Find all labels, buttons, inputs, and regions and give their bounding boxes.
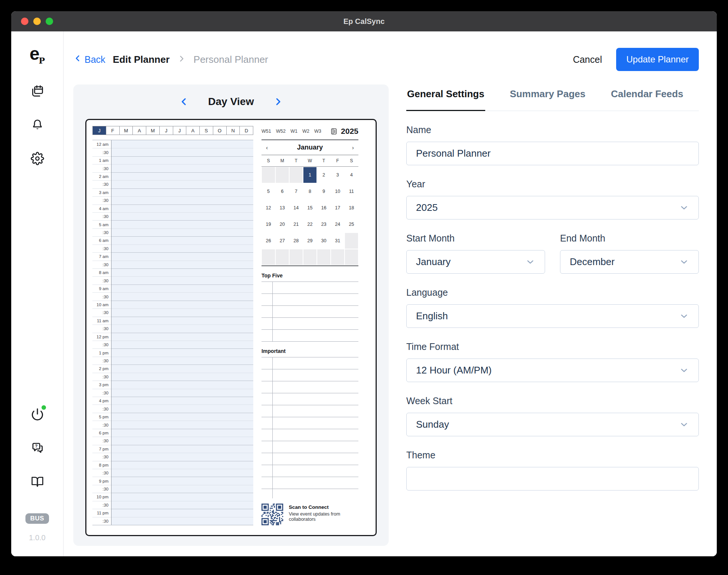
- time-label: 6 am: [92, 236, 111, 244]
- mini-calendar-day: 11: [345, 183, 358, 200]
- schedule-row: [111, 212, 253, 220]
- week-number-label: W1: [290, 129, 297, 134]
- mini-calendar-day: 5: [261, 183, 275, 200]
- schedule-row: [111, 308, 253, 316]
- app-logo[interactable]: eP: [30, 45, 45, 65]
- minimize-window-button[interactable]: [33, 18, 41, 25]
- time-label: :30: [92, 180, 111, 188]
- week-number-label: W2: [302, 129, 309, 134]
- weekday-label: M: [275, 158, 289, 163]
- schedule-row: [111, 381, 253, 388]
- time-label: :30: [92, 196, 111, 204]
- cancel-button[interactable]: Cancel: [573, 54, 602, 65]
- chevron-down-icon: [679, 365, 689, 375]
- mini-calendar-month: January: [297, 144, 323, 151]
- planner-preview-panel: Day View JFMAMJJASOND 12 am:301 am:302 a…: [73, 84, 389, 546]
- chevron-down-icon: [525, 257, 535, 267]
- mini-calendar-day: [317, 249, 331, 265]
- update-planner-button[interactable]: Update Planner: [616, 48, 699, 71]
- schedule-row: [111, 405, 253, 412]
- time-label: 7 am: [92, 252, 111, 260]
- name-input[interactable]: [406, 142, 699, 165]
- mini-calendar-day: 26: [261, 233, 275, 249]
- language-select[interactable]: English: [406, 304, 699, 328]
- help-chat-icon[interactable]: ?: [30, 441, 45, 455]
- mini-calendar-day: 27: [275, 233, 289, 249]
- time-label: 10 am: [92, 301, 111, 308]
- schedule-row: [111, 301, 253, 308]
- time-label: :30: [92, 228, 111, 236]
- tab-calendar-feeds[interactable]: Calendar Feeds: [610, 84, 684, 111]
- time-format-select[interactable]: 12 Hour (AM/PM): [406, 359, 699, 382]
- time-label: 4 am: [92, 205, 111, 212]
- end-month-select[interactable]: December: [560, 250, 699, 274]
- mini-calendar-day: [261, 167, 275, 183]
- mini-calendar-day: 29: [303, 233, 317, 249]
- mini-calendar-day: [345, 249, 358, 265]
- zoom-window-button[interactable]: [46, 18, 53, 25]
- tab-summary-pages[interactable]: Summary Pages: [509, 84, 586, 111]
- previous-view-button[interactable]: [179, 96, 189, 107]
- time-label: :30: [92, 357, 111, 365]
- settings-icon[interactable]: [30, 151, 45, 166]
- tab-general-settings[interactable]: General Settings: [406, 84, 485, 111]
- power-icon[interactable]: [30, 407, 45, 421]
- time-label: 6 pm: [92, 429, 111, 437]
- chevron-left-icon: [73, 54, 82, 65]
- time-label: 1 am: [92, 156, 111, 164]
- time-label: :30: [92, 325, 111, 332]
- schedule-row: [111, 292, 253, 300]
- top-five-label: Top Five: [261, 273, 358, 279]
- schedule-row: [111, 485, 253, 493]
- mini-calendar-grid: 1234567891011121314151617181920212223242…: [261, 166, 358, 266]
- schedule-row: [111, 365, 253, 372]
- time-label: :30: [92, 245, 111, 252]
- time-label: 9 am: [92, 285, 111, 292]
- week-start-select[interactable]: Sunday: [406, 413, 699, 436]
- preview-year: 2025: [341, 127, 358, 136]
- close-window-button[interactable]: [21, 18, 28, 25]
- schedule-row: [111, 421, 253, 428]
- mini-calendar-day: 23: [317, 216, 331, 233]
- time-label: 2 am: [92, 172, 111, 180]
- notifications-icon[interactable]: [30, 118, 45, 132]
- schedule-row: [111, 325, 253, 332]
- mini-weekday-header: SMTWTFS: [261, 155, 358, 166]
- schedule-row: [111, 333, 253, 341]
- time-label: 5 pm: [92, 413, 111, 421]
- week-number-label: W51: [261, 129, 271, 134]
- time-label: 12 am: [92, 140, 111, 148]
- mini-calendar-day: [331, 249, 345, 265]
- weekday-label: F: [331, 158, 345, 163]
- mini-calendar-day: 31: [331, 233, 345, 249]
- mini-calendar-day: [275, 167, 289, 183]
- time-label: 3 am: [92, 188, 111, 196]
- mini-calendar-day: 6: [275, 183, 289, 200]
- mini-calendar-day: 13: [275, 200, 289, 216]
- theme-select[interactable]: [406, 467, 699, 491]
- mini-calendar-day: 21: [289, 216, 303, 233]
- planner-page-preview: JFMAMJJASOND 12 am:301 am:302 am:303 am:…: [85, 119, 377, 536]
- schedule-row: [111, 268, 253, 276]
- schedule-row: [111, 156, 253, 164]
- important-lines: [261, 357, 358, 498]
- back-button[interactable]: Back: [73, 54, 105, 65]
- schedule-row: [111, 517, 253, 525]
- page-title: Edit Planner: [113, 54, 170, 65]
- start-month-select[interactable]: January: [406, 250, 545, 274]
- time-label: :30: [92, 341, 111, 348]
- planner-icon[interactable]: [30, 84, 45, 98]
- next-view-button[interactable]: [273, 96, 283, 107]
- guide-book-icon[interactable]: [30, 474, 45, 489]
- sidebar: eP: [11, 31, 64, 556]
- time-label: 7 pm: [92, 445, 111, 453]
- month-tab: M: [120, 126, 133, 135]
- mini-calendar-day: 4: [345, 167, 358, 183]
- schedule-row: [111, 469, 253, 477]
- mini-calendar-day: 18: [345, 200, 358, 216]
- time-label: 5 am: [92, 220, 111, 228]
- year-select[interactable]: 2025: [406, 196, 699, 219]
- time-label: 12 pm: [92, 333, 111, 341]
- time-label: :30: [92, 308, 111, 316]
- weekday-label: W: [303, 158, 317, 163]
